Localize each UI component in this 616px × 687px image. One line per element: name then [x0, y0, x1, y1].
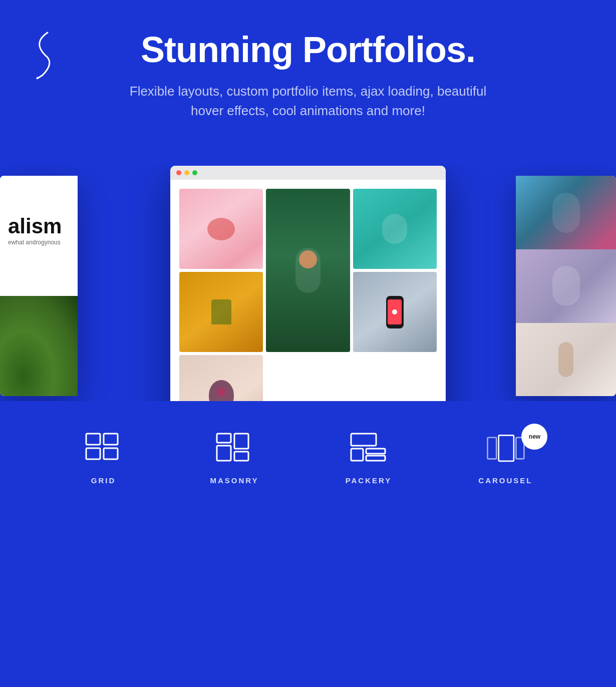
right-photo-bot	[516, 323, 616, 397]
photo-sunglasses	[179, 189, 263, 269]
svg-rect-6	[217, 446, 231, 461]
svg-rect-12	[488, 438, 497, 459]
svg-rect-0	[86, 434, 100, 445]
new-badge: new	[521, 424, 547, 450]
photo-plants	[179, 272, 263, 352]
squiggle-decoration	[28, 28, 55, 83]
brush-stroke	[0, 282, 78, 295]
slide-right	[516, 176, 616, 396]
topbar-dot-red	[176, 170, 181, 175]
masonry-icon	[214, 431, 254, 466]
left-slide-title: alism	[8, 216, 70, 237]
slide-center-card	[170, 166, 446, 401]
photo-fig	[179, 355, 263, 401]
right-photo-top	[516, 176, 616, 249]
topbar-dot-yellow	[184, 170, 189, 175]
packery-label: PACKERY	[346, 476, 392, 485]
topbar-dot-green	[192, 170, 197, 175]
svg-rect-7	[234, 452, 248, 461]
hero-section: Stunning Portfolios. Flexible layouts, c…	[0, 0, 616, 166]
photo-green-girl	[266, 189, 350, 352]
svg-rect-11	[366, 456, 385, 461]
svg-rect-3	[104, 448, 118, 459]
left-slide-subtitle: ewhat androgynous	[8, 239, 70, 246]
slide-left: alism ewhat androgynous	[0, 176, 78, 396]
layout-grid[interactable]: GRID	[84, 431, 124, 485]
layout-carousel[interactable]: new CAROUSEL	[478, 431, 532, 485]
svg-rect-8	[351, 434, 376, 446]
svg-rect-10	[366, 449, 385, 454]
right-photo-mid	[516, 249, 616, 323]
svg-rect-5	[234, 434, 248, 449]
photo-confetti	[353, 189, 437, 269]
grid-label: GRID	[91, 476, 116, 485]
hero-title: Stunning Portfolios.	[10, 30, 606, 70]
carousel-label: CAROUSEL	[478, 476, 532, 485]
browser-topbar	[170, 166, 446, 180]
portfolio-slider: alism ewhat androgynous	[0, 166, 616, 401]
portfolio-grid	[170, 180, 446, 401]
svg-rect-4	[217, 434, 231, 443]
photo-phone	[353, 272, 437, 352]
layout-icons-section: GRID MASONRY PACKERY new	[0, 401, 616, 525]
carousel-icon	[485, 431, 525, 466]
svg-rect-9	[351, 449, 363, 461]
layout-masonry[interactable]: MASONRY	[210, 431, 259, 485]
hero-subtitle: Flexible layouts, custom portfolio items…	[113, 82, 503, 121]
svg-rect-13	[499, 436, 514, 462]
packery-icon	[349, 431, 389, 466]
grid-icon	[84, 431, 124, 466]
svg-rect-2	[86, 448, 100, 459]
svg-rect-1	[104, 434, 118, 445]
masonry-label: MASONRY	[210, 476, 259, 485]
layout-packery[interactable]: PACKERY	[346, 431, 392, 485]
leaf-image	[0, 296, 78, 396]
